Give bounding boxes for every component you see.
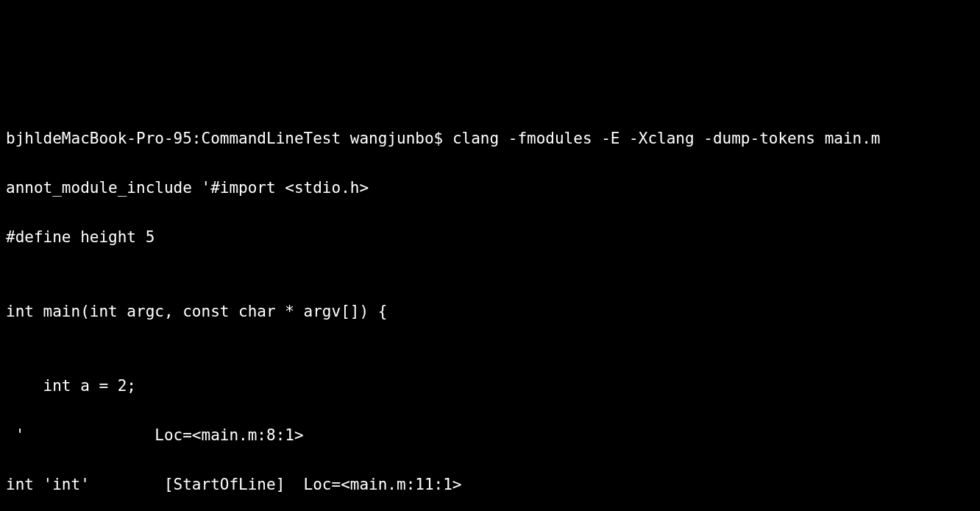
- output-line: annot_module_include '#import <stdio.h>: [6, 176, 974, 201]
- prompt-user: wangjunbo$: [350, 130, 443, 147]
- command-text: clang -fmodules -E -Xclang -dump-tokens …: [452, 130, 881, 147]
- prompt-host: bjhldeMacBook-Pro-95:CommandLineTest: [6, 130, 341, 147]
- output-line: #define height 5: [6, 225, 974, 250]
- prompt-line: bjhldeMacBook-Pro-95:CommandLineTest wan…: [6, 127, 974, 152]
- output-line: int 'int' [StartOfLine] Loc=<main.m:11:1…: [6, 473, 974, 498]
- output-line: ' Loc=<main.m:8:1>: [6, 423, 974, 448]
- output-line: int a = 2;: [6, 374, 974, 399]
- terminal-output: bjhldeMacBook-Pro-95:CommandLineTest wan…: [6, 102, 974, 511]
- output-line: int main(int argc, const char * argv[]) …: [6, 300, 974, 325]
